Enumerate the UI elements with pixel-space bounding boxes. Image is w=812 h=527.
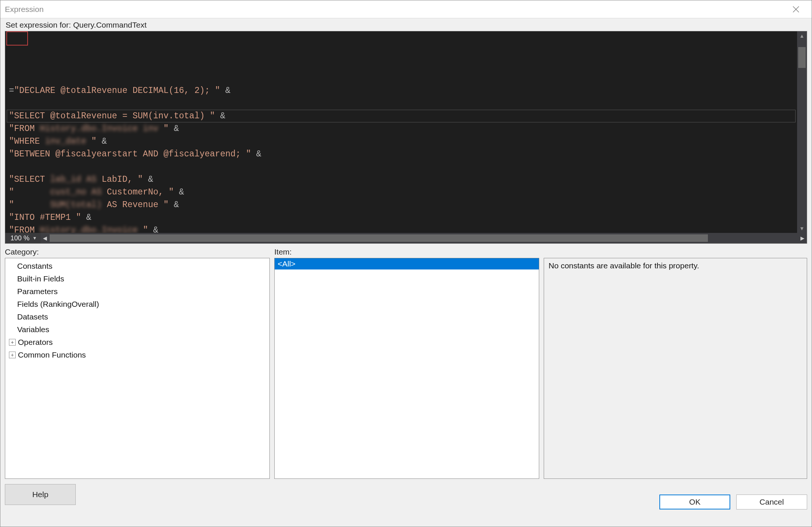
code-line: "FROM History.dbo.Invoice inv " & [9, 122, 795, 135]
item-label: <All> [278, 259, 296, 268]
category-item[interactable]: Constants [5, 260, 269, 272]
titlebar: Expression [0, 0, 812, 18]
category-tree[interactable]: Constants Built-in Fields Parameters Fie… [5, 258, 270, 479]
horizontal-scrollbar[interactable]: ◀ ▶ [41, 233, 807, 243]
cancel-button[interactable]: Cancel [736, 495, 807, 509]
category-item[interactable]: Fields (RankingOverall) [5, 298, 269, 311]
code-line: ="DECLARE @totalRevenue DECIMAL(16, 2); … [9, 84, 795, 97]
scroll-thumb[interactable] [798, 47, 806, 68]
item-list[interactable]: <All> [274, 258, 539, 479]
category-label-text: Fields (RankingOverall) [17, 300, 99, 309]
chevron-down-icon: ▼ [32, 236, 37, 241]
scroll-down-arrow-icon[interactable]: ▼ [797, 224, 807, 233]
description-label-spacer [544, 247, 807, 258]
description-panel: No constants are available for this prop… [544, 258, 807, 479]
window-title: Expression [5, 5, 44, 14]
scroll-left-arrow-icon[interactable]: ◀ [41, 233, 50, 243]
category-item[interactable]: Parameters [5, 285, 269, 298]
description-text: No constants are available for this prop… [549, 261, 699, 270]
zoom-dropdown[interactable]: 100 % ▼ [5, 234, 41, 242]
item-row[interactable]: <All> [275, 258, 539, 269]
category-item[interactable]: +Common Functions [5, 349, 269, 361]
code-line: "WHERE inv_date " & [9, 135, 795, 148]
zoom-value: 100 % [10, 234, 29, 242]
category-item[interactable]: Variables [5, 323, 269, 336]
category-label-text: Parameters [17, 287, 58, 296]
editor-footer: 100 % ▼ ◀ ▶ [5, 233, 807, 243]
category-label-text: Common Functions [18, 350, 86, 359]
code-line: "FROM History.dbo.Invoice " & [9, 224, 795, 233]
dialog-button-row: Help OK Cancel [0, 479, 812, 527]
code-line: "BETWEEN @fiscalyearstart AND @fiscalyea… [9, 148, 795, 160]
help-button-label: Help [32, 490, 48, 499]
error-marker [6, 31, 28, 46]
code-line: " SUM(total) AS Revenue " & [9, 199, 795, 211]
category-label-text: Operators [18, 338, 53, 347]
help-button[interactable]: Help [5, 484, 76, 505]
code-line: "INTO #TEMP1 " & [9, 211, 795, 224]
scroll-right-arrow-icon[interactable]: ▶ [798, 233, 807, 243]
code-line [9, 97, 795, 110]
expression-for-label: Set expression for: Query.CommandText [0, 18, 812, 31]
category-label-text: Constants [17, 262, 53, 271]
category-label-text: Built-in Fields [17, 274, 64, 283]
category-label-text: Variables [17, 325, 49, 334]
code-line: "SELECT @totalRevenue = SUM(inv.total) "… [9, 110, 795, 122]
code-line: " cust_no AS CustomerNo, " & [9, 186, 795, 199]
close-icon [793, 6, 799, 13]
expression-editor[interactable]: ="DECLARE @totalRevenue DECIMAL(16, 2); … [5, 31, 807, 244]
expand-icon[interactable]: + [9, 339, 16, 346]
expand-icon[interactable]: + [9, 352, 16, 358]
expression-dialog: Expression Set expression for: Query.Com… [0, 0, 812, 527]
code-line: "SELECT lab_id AS LabID, " & [9, 173, 795, 186]
category-item[interactable]: +Operators [5, 336, 269, 349]
scroll-track[interactable] [797, 40, 807, 224]
category-item[interactable]: Built-in Fields [5, 272, 269, 285]
ok-button[interactable]: OK [659, 495, 730, 509]
scroll-up-arrow-icon[interactable]: ▲ [797, 31, 807, 40]
hscroll-thumb[interactable] [50, 234, 708, 242]
code-area[interactable]: ="DECLARE @totalRevenue DECIMAL(16, 2); … [5, 31, 797, 233]
category-item[interactable]: Datasets [5, 311, 269, 323]
code-line [9, 160, 795, 173]
close-button[interactable] [785, 0, 807, 18]
category-label: Category: [5, 247, 270, 258]
lower-panels-row: Category: Constants Built-in Fields Para… [0, 247, 812, 479]
category-label-text: Datasets [17, 312, 48, 321]
vertical-scrollbar[interactable]: ▲ ▼ [797, 31, 807, 233]
hscroll-track[interactable] [50, 233, 798, 243]
ok-button-label: OK [689, 498, 700, 506]
item-label: Item: [274, 247, 539, 258]
cancel-button-label: Cancel [759, 498, 784, 506]
